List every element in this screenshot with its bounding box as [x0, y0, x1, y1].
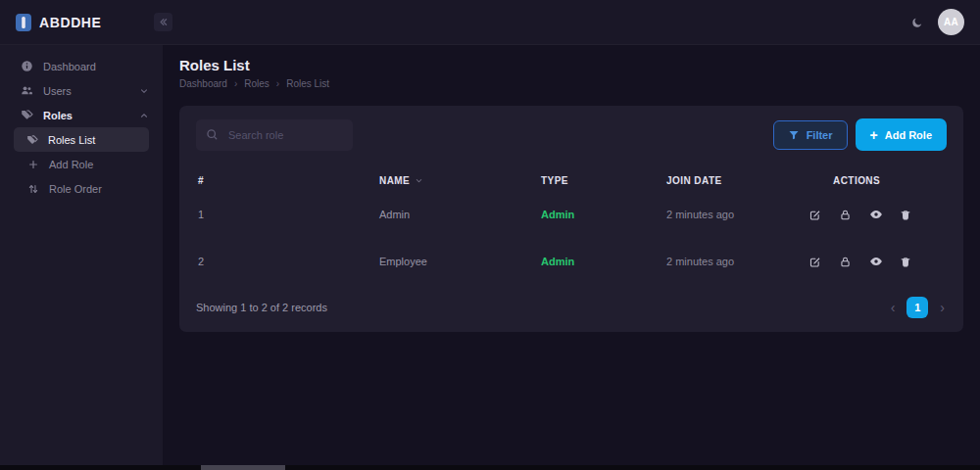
lock-icon [839, 256, 853, 268]
breadcrumb-separator: › [234, 78, 237, 89]
scrollbar-thumb[interactable] [201, 465, 285, 470]
column-header-type: TYPE [541, 175, 666, 186]
moon-icon [911, 17, 923, 28]
lock-icon [839, 209, 853, 221]
eye-icon [869, 255, 883, 268]
sort-order-icon [27, 183, 39, 195]
dashboard-icon [21, 60, 33, 72]
app-shell: Dashboard Users [0, 45, 980, 465]
breadcrumb: Dashboard › Roles › Roles List [179, 78, 963, 89]
users-icon [21, 84, 33, 97]
page-title: Roles List [179, 57, 963, 73]
sidebar-item-label: Add Role [49, 159, 93, 170]
add-role-button-label: Add Role [885, 129, 932, 141]
cell-type: Admin [541, 209, 666, 220]
toolbar-buttons: Filter + Add Role [773, 118, 947, 151]
sidebar-item-label: Dashboard [43, 61, 96, 72]
sidebar-toggle-button[interactable] [154, 13, 172, 31]
sidebar-item-role-order[interactable]: Role Order [0, 176, 163, 201]
edit-icon [808, 209, 822, 221]
sidebar-item-label: Roles [43, 110, 73, 121]
trash-icon [900, 209, 913, 221]
cell-number: 2 [198, 256, 379, 267]
eye-icon [869, 208, 883, 221]
edit-icon [808, 256, 822, 268]
horizontal-scrollbar [0, 465, 980, 470]
lock-role-button[interactable] [839, 208, 853, 221]
chevron-up-icon [139, 111, 149, 120]
edit-role-button[interactable] [808, 208, 822, 221]
topbar-actions: AA [911, 9, 980, 35]
sidebar-item-dashboard[interactable]: Dashboard [0, 54, 163, 78]
avatar[interactable]: AA [938, 9, 964, 35]
pagination: ‹ 1 › [891, 297, 947, 318]
cell-name: Admin [379, 209, 541, 220]
card-toolbar: Filter + Add Role [196, 118, 947, 151]
brand[interactable]: ABDDHE [0, 13, 163, 32]
sidebar-item-label: Users [43, 85, 72, 97]
table-row: 2 Employee Admin 2 minutes ago [196, 238, 947, 285]
breadcrumb-roles[interactable]: Roles [244, 78, 270, 89]
cell-type: Admin [541, 256, 666, 267]
roles-card: Filter + Add Role # NAME [179, 106, 963, 332]
search-input[interactable] [226, 128, 343, 142]
records-summary: Showing 1 to 2 of 2 records [196, 302, 327, 313]
edit-role-button[interactable] [808, 255, 822, 268]
collapse-icon [158, 17, 169, 27]
topbar: ABDDHE AA [0, 0, 980, 45]
cell-join-date: 2 minutes ago [666, 256, 808, 267]
search-icon [206, 128, 219, 141]
column-header-name[interactable]: NAME [379, 175, 541, 186]
view-role-button[interactable] [869, 208, 883, 221]
add-role-button[interactable]: + Add Role [856, 118, 947, 151]
plus-icon [27, 159, 39, 170]
sidebar-item-roles-list[interactable]: Roles List [14, 127, 149, 152]
search-box [196, 119, 353, 151]
pagination-next-button[interactable]: › [940, 301, 945, 314]
roles-list-icon [26, 134, 38, 146]
pagination-prev-button[interactable]: ‹ [891, 301, 896, 314]
column-header-name-label: NAME [379, 175, 410, 186]
cell-join-date: 2 minutes ago [666, 209, 808, 220]
delete-role-button[interactable] [900, 208, 913, 221]
filter-button-label: Filter [807, 129, 833, 141]
sidebar-item-roles[interactable]: Roles [0, 103, 163, 127]
theme-toggle-button[interactable] [911, 17, 923, 28]
main-content: Roles List Dashboard › Roles › Roles Lis… [163, 45, 980, 465]
delete-role-button[interactable] [900, 255, 913, 268]
sidebar-item-label: Roles List [48, 134, 95, 146]
table-header-row: # NAME TYPE JOIN DATE ACTIONS [196, 169, 947, 191]
lock-role-button[interactable] [839, 255, 853, 268]
filter-icon [788, 129, 800, 141]
sidebar-item-label: Role Order [49, 183, 102, 195]
brand-name: ABDDHE [39, 15, 102, 30]
row-actions [808, 208, 947, 221]
sidebar-item-add-role[interactable]: Add Role [0, 152, 163, 176]
column-header-join-date: JOIN DATE [666, 175, 808, 186]
chevron-down-icon [139, 86, 149, 96]
breadcrumb-separator: › [276, 78, 279, 89]
filter-button[interactable]: Filter [773, 120, 848, 150]
plus-icon: + [870, 128, 878, 142]
trash-icon [900, 256, 913, 268]
cell-number: 1 [198, 209, 379, 220]
column-header-actions: ACTIONS [808, 175, 947, 186]
sidebar-item-users[interactable]: Users [0, 78, 163, 103]
pagination-page-1[interactable]: 1 [906, 297, 928, 318]
column-header-number: # [198, 175, 379, 186]
page-header: Roles List Dashboard › Roles › Roles Lis… [179, 57, 963, 89]
table-row: 1 Admin Admin 2 minutes ago [196, 191, 947, 238]
breadcrumb-roles-list: Roles List [286, 78, 329, 89]
breadcrumb-dashboard[interactable]: Dashboard [179, 78, 227, 89]
sort-chevron-down-icon [415, 176, 423, 185]
view-role-button[interactable] [869, 255, 883, 268]
table-footer: Showing 1 to 2 of 2 records ‹ 1 › [196, 297, 947, 318]
brand-logo-icon [15, 13, 32, 32]
roles-table: # NAME TYPE JOIN DATE ACTIONS 1 Admin [196, 169, 947, 285]
row-actions [808, 255, 947, 268]
cell-name: Employee [379, 256, 541, 267]
roles-icon [21, 109, 33, 121]
sidebar: Dashboard Users [0, 45, 163, 465]
